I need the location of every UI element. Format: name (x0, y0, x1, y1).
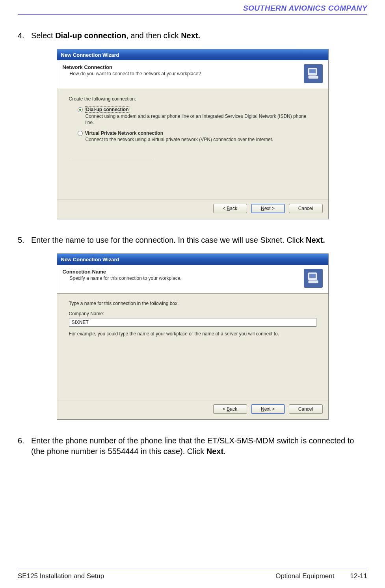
radio-option-vpn[interactable]: Virtual Private Network connection Conne… (78, 130, 316, 143)
wizard2-body: Type a name for this connection in the f… (57, 294, 328, 400)
back-button[interactable]: < Back (213, 204, 247, 213)
bold-text: Next (206, 447, 223, 456)
next-button[interactable]: Next > (251, 204, 285, 213)
wizard2-intro: Type a name for this connection in the f… (69, 301, 316, 306)
bold-text: Next. (306, 236, 325, 244)
company-header: SOUTHERN AVIONICS COMPANY (18, 4, 367, 13)
step-4: 4. Select Dial-up connection, and then c… (18, 30, 367, 41)
cancel-button[interactable]: Cancel (289, 204, 323, 213)
step-text: Enter the phone number of the phone line… (31, 435, 367, 457)
wizard1-body: Create the following connection: Dial-up… (57, 89, 328, 199)
step-5: 5. Enter the name to use for the connect… (18, 235, 367, 246)
company-name-input[interactable] (69, 318, 316, 327)
page-content: 4. Select Dial-up connection, and then c… (18, 15, 367, 457)
wizard2-subheading: Specify a name for this connection to yo… (63, 275, 300, 281)
footer-rule (18, 569, 367, 569)
network-icon (304, 64, 323, 83)
text: . (223, 447, 226, 456)
radio-description: Connect to the network using a virtual p… (78, 137, 316, 143)
company-name-label: Company Name: (69, 311, 316, 316)
footer-center: Optional Equipment (275, 572, 334, 580)
step-text: Enter the name to use for the connection… (31, 235, 367, 246)
radio-option-dialup[interactable]: Dial-up connection Connect using a modem… (78, 106, 316, 126)
page-footer: SE125 Installation and Setup Optional Eq… (18, 572, 367, 580)
radio-label: Dial-up connection (85, 106, 130, 113)
wizard1-header: Network Connection How do you want to co… (57, 60, 328, 89)
wizard1-window: New Connection Wizard Network Connection… (57, 49, 329, 219)
svg-rect-5 (309, 281, 318, 283)
wizard1-heading: Network Connection (63, 64, 300, 70)
radio-group: Dial-up connection Connect using a modem… (69, 106, 316, 143)
wizard2-header: Connection Name Specify a name for this … (57, 265, 328, 294)
wizard1-titlebar: New Connection Wizard (57, 49, 328, 60)
radio-description: Connect using a modem and a regular phon… (78, 114, 316, 126)
step-text: Select Dial-up connection, and then clic… (31, 30, 367, 41)
text: Enter the name to use for the connection… (31, 236, 306, 244)
bold-text: Dial-up connection (55, 31, 126, 40)
wizard1-subheading: How do you want to connect to the networ… (63, 71, 300, 76)
back-button[interactable]: < Back (213, 404, 247, 414)
wizard2-titlebar: New Connection Wizard (57, 254, 328, 265)
text: , and then click (126, 31, 181, 40)
wizard1-container: New Connection Wizard Network Connection… (18, 49, 367, 219)
svg-rect-4 (309, 274, 316, 278)
radio-label: Virtual Private Network connection (85, 130, 164, 136)
wizard1-buttons: < Back Next > Cancel (57, 199, 328, 219)
footer-page: 12-11 (350, 572, 367, 580)
next-button[interactable]: Next > (251, 404, 285, 414)
wizard2-buttons: < Back Next > Cancel (57, 400, 328, 419)
step-number: 5. (18, 235, 31, 246)
wizard2-container: New Connection Wizard Connection Name Sp… (18, 253, 367, 420)
svg-rect-2 (309, 76, 318, 78)
step-6: 6. Enter the phone number of the phone l… (18, 435, 367, 457)
text: Enter the phone number of the phone line… (31, 436, 354, 456)
footer-left: SE125 Installation and Setup (18, 572, 104, 580)
wizard2-window: New Connection Wizard Connection Name Sp… (57, 253, 329, 420)
radio-icon (78, 131, 83, 136)
step-number: 6. (18, 435, 31, 457)
step-number: 4. (18, 30, 31, 41)
radio-icon (78, 107, 83, 112)
cancel-button[interactable]: Cancel (289, 404, 323, 414)
text: Select (31, 31, 55, 40)
network-icon (304, 269, 323, 288)
svg-rect-1 (309, 69, 316, 73)
wizard2-heading: Connection Name (63, 269, 300, 275)
wizard2-hint: For example, you could type the name of … (69, 331, 316, 337)
wizard1-intro: Create the following connection: (69, 96, 316, 102)
bold-text: Next. (181, 31, 200, 40)
separator (71, 159, 154, 159)
